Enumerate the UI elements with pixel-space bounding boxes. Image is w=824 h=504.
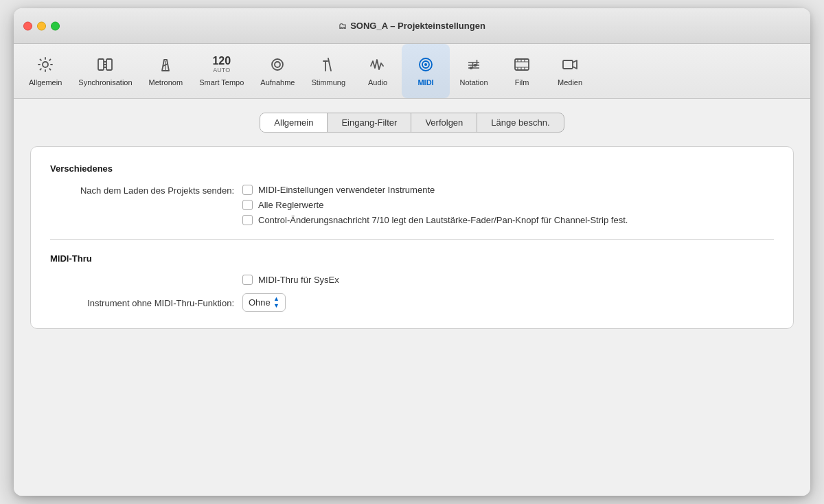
sysex-label: MIDI-Thru für SysEx: [258, 275, 339, 285]
settings-panel: Verschiedenes Nach dem Laden des Projekt…: [30, 146, 794, 329]
toolbar-item-film[interactable]: Film: [498, 44, 546, 98]
send-setting-row: Nach dem Laden des Projekts senden: MIDI…: [50, 185, 774, 225]
toolbar-label-aufnahme: Aufnahme: [260, 78, 295, 87]
toolbar-item-notation[interactable]: Notation: [450, 44, 498, 98]
toolbar-item-allgemein[interactable]: Allgemein: [21, 44, 70, 98]
sysex-control: MIDI-Thru für SysEx: [242, 275, 339, 285]
midi-thru-title: MIDI-Thru: [50, 253, 774, 264]
smart-tempo-display: 120 AUTO: [212, 56, 231, 75]
toolbar-label-allgemein: Allgemein: [29, 78, 62, 87]
smart-tempo-auto-label: AUTO: [213, 67, 230, 75]
tab-verfolgen[interactable]: Verfolgen: [411, 113, 477, 132]
tab-bar: Allgemein Eingang-Filter Verfolgen Länge…: [30, 113, 794, 133]
select-arrows-icon: ▲ ▼: [273, 296, 279, 309]
toolbar-item-aufnahme[interactable]: Aufnahme: [252, 44, 303, 98]
toolbar-label-midi: MIDI: [417, 78, 433, 87]
toolbar-item-smart-tempo[interactable]: 120 AUTO Smart Tempo: [191, 44, 252, 98]
checkbox-midi-einstellungen[interactable]: [242, 185, 253, 195]
svg-point-0: [43, 62, 48, 67]
instrument-select-wrapper[interactable]: Ohne ▲ ▼: [242, 293, 286, 312]
record-icon: [268, 56, 286, 76]
traffic-lights: [23, 21, 60, 30]
instrument-select[interactable]: Ohne: [249, 297, 271, 308]
gear-icon: [36, 56, 54, 76]
close-button[interactable]: [23, 21, 32, 30]
tab-group: Allgemein Eingang-Filter Verfolgen Länge…: [260, 113, 564, 133]
section-divider: [50, 239, 774, 240]
toolbar-item-metronom[interactable]: Metronom: [141, 44, 192, 98]
checkbox-label-midi-einstellungen: MIDI-Einstellungen verwendeter Instrumen…: [258, 185, 435, 195]
toolbar-label-notation: Notation: [460, 78, 488, 87]
sync-icon: [96, 56, 114, 76]
checkbox-row-midi-einstellungen: MIDI-Einstellungen verwendeter Instrumen…: [242, 185, 628, 195]
toolbar-item-audio[interactable]: Audio: [354, 44, 402, 98]
toolbar-label-audio: Audio: [368, 78, 387, 87]
checkbox-row-alle-reglerwerte: Alle Reglerwerte: [242, 200, 628, 210]
toolbar-label-smart-tempo: Smart Tempo: [199, 78, 244, 87]
window-title: 🗂 SONG_A – Projekteinstellungen: [339, 21, 485, 31]
svg-point-10: [275, 62, 280, 67]
toolbar-label-metronom: Metronom: [149, 78, 183, 87]
svg-rect-2: [106, 59, 112, 70]
maximize-button[interactable]: [51, 21, 60, 30]
toolbar-item-synchronisation[interactable]: Synchronisation: [70, 44, 140, 98]
toolbar-label-film: Film: [515, 78, 529, 87]
checkbox-alle-reglerwerte[interactable]: [242, 200, 253, 210]
send-label: Nach dem Laden des Projekts senden:: [50, 185, 242, 196]
midi-icon: [417, 56, 435, 76]
instrument-row: Instrument ohne MIDI-Thru-Funktion: Ohne…: [50, 293, 774, 312]
tab-laenge-beschn[interactable]: Länge beschn.: [477, 113, 563, 132]
checkbox-row-control-aenderung: Control-Änderungsnachricht 7/10 legt den…: [242, 215, 628, 225]
svg-point-16: [424, 63, 427, 66]
tuning-icon: [319, 56, 337, 76]
toolbar-item-medien[interactable]: Medien: [546, 44, 594, 98]
sysex-row: MIDI-Thru für SysEx: [50, 275, 774, 285]
checkbox-sysex[interactable]: [242, 275, 253, 285]
toolbar-label-synchronisation: Synchronisation: [78, 78, 132, 87]
metronome-icon: [157, 56, 174, 76]
checkbox-label-control-aenderung: Control-Änderungsnachricht 7/10 legt den…: [258, 215, 628, 225]
title-icon: 🗂: [339, 21, 347, 31]
svg-rect-24: [515, 59, 529, 70]
tab-eingang-filter[interactable]: Eingang-Filter: [328, 113, 411, 132]
titlebar: 🗂 SONG_A – Projekteinstellungen: [14, 8, 810, 44]
svg-rect-1: [98, 59, 104, 70]
toolbar-item-midi[interactable]: MIDI: [402, 44, 450, 98]
checkbox-label-alle-reglerwerte: Alle Reglerwerte: [258, 200, 323, 210]
smart-tempo-bpm: 120: [212, 56, 231, 67]
medien-icon: [561, 56, 579, 76]
toolbar-item-stimmung[interactable]: Stimmung: [304, 44, 354, 98]
audio-icon: [369, 56, 387, 76]
tab-allgemein[interactable]: Allgemein: [260, 113, 328, 132]
send-controls: MIDI-Einstellungen verwendeter Instrumen…: [242, 185, 628, 225]
toolbar-label-medien: Medien: [558, 78, 582, 87]
svg-point-9: [272, 59, 283, 70]
svg-line-11: [328, 58, 331, 71]
svg-rect-33: [563, 60, 573, 69]
main-content: Allgemein Eingang-Filter Verfolgen Länge…: [14, 99, 810, 496]
minimize-button[interactable]: [37, 21, 46, 30]
sysex-empty-label: [50, 279, 242, 280]
checkbox-control-aenderung[interactable]: [242, 215, 253, 225]
toolbar: Allgemein Synchronisation: [14, 44, 810, 99]
verschiedenes-title: Verschiedenes: [50, 163, 774, 174]
instrument-label: Instrument ohne MIDI-Thru-Funktion:: [50, 297, 242, 308]
toolbar-label-stimmung: Stimmung: [312, 78, 346, 87]
main-window: 🗂 SONG_A – Projekteinstellungen Allgemei…: [14, 8, 810, 496]
film-icon: [513, 56, 531, 76]
notation-icon: [465, 56, 483, 76]
